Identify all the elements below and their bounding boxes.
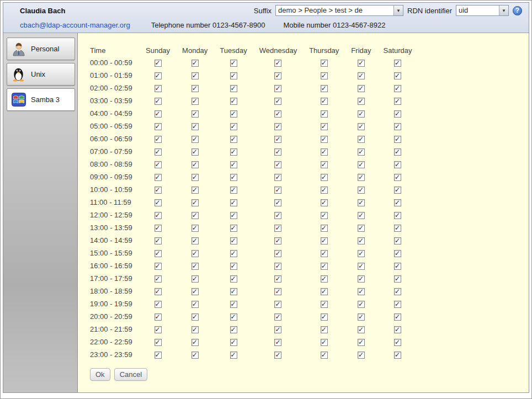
checkbox-friday-08:00[interactable] [358,161,365,168]
rdn-identifier-select[interactable]: uid ▼ [456,5,509,16]
checkbox-friday-06:00[interactable] [358,136,365,143]
checkbox-monday-12:00[interactable] [191,212,199,219]
checkbox-sunday-15:00[interactable] [155,250,162,257]
checkbox-thursday-09:00[interactable] [321,174,328,181]
checkbox-sunday-11:00[interactable] [155,199,162,206]
checkbox-monday-21:00[interactable] [191,326,199,333]
checkbox-saturday-03:00[interactable] [394,98,401,105]
checkbox-saturday-12:00[interactable] [394,212,401,219]
cancel-button[interactable]: Cancel [114,368,147,381]
checkbox-friday-12:00[interactable] [358,212,365,219]
checkbox-friday-22:00[interactable] [358,339,365,346]
checkbox-sunday-14:00[interactable] [155,237,162,244]
checkbox-tuesday-16:00[interactable] [230,263,237,270]
checkbox-sunday-07:00[interactable] [155,148,162,156]
checkbox-tuesday-07:00[interactable] [230,148,237,156]
checkbox-friday-16:00[interactable] [358,263,365,270]
checkbox-wednesday-22:00[interactable] [274,339,281,346]
checkbox-sunday-12:00[interactable] [155,212,162,219]
checkbox-monday-06:00[interactable] [191,136,199,143]
checkbox-saturday-17:00[interactable] [394,275,401,283]
checkbox-monday-10:00[interactable] [191,187,199,194]
checkbox-wednesday-09:00[interactable] [274,174,281,181]
checkbox-friday-05:00[interactable] [358,123,365,130]
checkbox-friday-07:00[interactable] [358,148,365,156]
checkbox-friday-14:00[interactable] [358,237,365,244]
checkbox-thursday-08:00[interactable] [321,161,328,168]
checkbox-sunday-01:00[interactable] [155,72,162,79]
checkbox-tuesday-11:00[interactable] [230,199,237,206]
checkbox-friday-11:00[interactable] [358,199,365,206]
email-link[interactable]: cbach@ldap-account-manager.org [20,21,130,29]
checkbox-monday-07:00[interactable] [191,148,199,156]
checkbox-tuesday-06:00[interactable] [230,136,237,143]
checkbox-thursday-16:00[interactable] [321,263,328,270]
checkbox-saturday-20:00[interactable] [394,313,401,321]
checkbox-wednesday-07:00[interactable] [274,148,281,156]
checkbox-thursday-20:00[interactable] [321,313,328,321]
checkbox-tuesday-04:00[interactable] [230,110,237,118]
checkbox-thursday-04:00[interactable] [321,110,328,118]
checkbox-saturday-18:00[interactable] [394,288,401,295]
checkbox-saturday-13:00[interactable] [394,225,401,232]
checkbox-thursday-14:00[interactable] [321,237,328,244]
checkbox-tuesday-22:00[interactable] [230,339,237,346]
checkbox-saturday-07:00[interactable] [394,148,401,156]
checkbox-friday-09:00[interactable] [358,174,365,181]
checkbox-wednesday-06:00[interactable] [274,136,281,143]
checkbox-tuesday-14:00[interactable] [230,237,237,244]
checkbox-sunday-23:00[interactable] [155,352,162,359]
checkbox-saturday-08:00[interactable] [394,161,401,168]
checkbox-saturday-00:00[interactable] [394,60,401,67]
checkbox-saturday-09:00[interactable] [394,174,401,181]
checkbox-wednesday-01:00[interactable] [274,72,281,79]
checkbox-tuesday-05:00[interactable] [230,123,237,130]
checkbox-friday-19:00[interactable] [358,301,365,308]
checkbox-tuesday-01:00[interactable] [230,72,237,79]
checkbox-friday-01:00[interactable] [358,72,365,79]
checkbox-thursday-23:00[interactable] [321,352,328,359]
checkbox-wednesday-21:00[interactable] [274,326,281,333]
checkbox-tuesday-13:00[interactable] [230,225,237,232]
checkbox-tuesday-19:00[interactable] [230,301,237,308]
checkbox-saturday-19:00[interactable] [394,301,401,308]
checkbox-wednesday-15:00[interactable] [274,250,281,257]
checkbox-friday-04:00[interactable] [358,110,365,118]
checkbox-monday-14:00[interactable] [191,237,199,244]
checkbox-monday-02:00[interactable] [191,85,199,92]
checkbox-friday-03:00[interactable] [358,98,365,105]
checkbox-tuesday-03:00[interactable] [230,98,237,105]
checkbox-tuesday-17:00[interactable] [230,275,237,283]
checkbox-sunday-18:00[interactable] [155,288,162,295]
checkbox-friday-18:00[interactable] [358,288,365,295]
checkbox-tuesday-15:00[interactable] [230,250,237,257]
checkbox-monday-23:00[interactable] [191,352,199,359]
checkbox-sunday-02:00[interactable] [155,85,162,92]
checkbox-thursday-05:00[interactable] [321,123,328,130]
checkbox-tuesday-20:00[interactable] [230,313,237,321]
checkbox-tuesday-09:00[interactable] [230,174,237,181]
checkbox-thursday-13:00[interactable] [321,225,328,232]
checkbox-saturday-02:00[interactable] [394,85,401,92]
checkbox-sunday-06:00[interactable] [155,136,162,143]
checkbox-sunday-22:00[interactable] [155,339,162,346]
checkbox-sunday-16:00[interactable] [155,263,162,270]
checkbox-wednesday-11:00[interactable] [274,199,281,206]
checkbox-friday-21:00[interactable] [358,326,365,333]
checkbox-thursday-19:00[interactable] [321,301,328,308]
checkbox-tuesday-18:00[interactable] [230,288,237,295]
checkbox-tuesday-21:00[interactable] [230,326,237,333]
checkbox-thursday-01:00[interactable] [321,72,328,79]
checkbox-thursday-18:00[interactable] [321,288,328,295]
checkbox-wednesday-03:00[interactable] [274,98,281,105]
checkbox-saturday-21:00[interactable] [394,326,401,333]
checkbox-monday-09:00[interactable] [191,174,199,181]
checkbox-saturday-14:00[interactable] [394,237,401,244]
checkbox-friday-23:00[interactable] [358,352,365,359]
checkbox-tuesday-10:00[interactable] [230,187,237,194]
checkbox-wednesday-14:00[interactable] [274,237,281,244]
checkbox-friday-10:00[interactable] [358,187,365,194]
checkbox-monday-13:00[interactable] [191,225,199,232]
checkbox-thursday-11:00[interactable] [321,199,328,206]
sidebar-item-personal[interactable]: Personal [7,38,75,60]
